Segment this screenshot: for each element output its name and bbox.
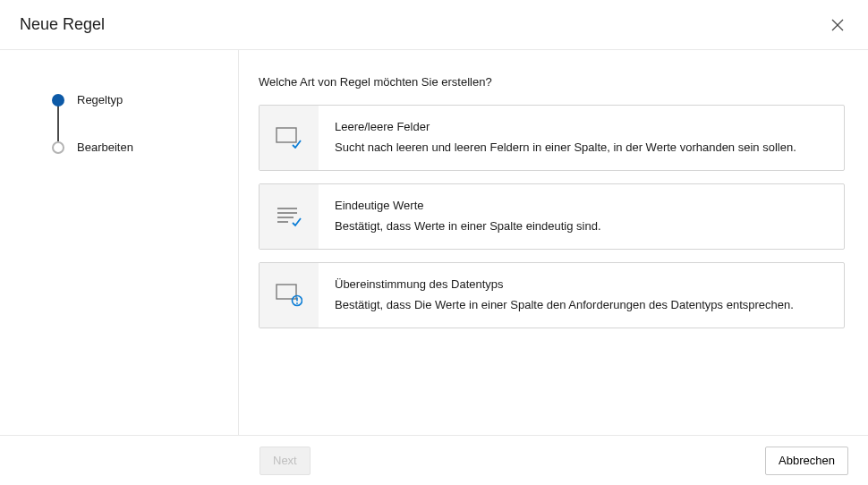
- option-datatype-match[interactable]: Übereinstimmung des Datentyps Bestätigt,…: [259, 262, 845, 328]
- dialog-body: Regeltyp Bearbeiten Welche Art von Regel…: [0, 50, 868, 435]
- step-marker-inactive-icon: [52, 141, 64, 154]
- blank-fields-icon: [260, 106, 319, 170]
- wizard-step-bearbeiten[interactable]: Bearbeiten: [52, 140, 238, 154]
- main-panel: Welche Art von Regel möchten Sie erstell…: [239, 50, 868, 435]
- step-label: Regeltyp: [77, 93, 123, 106]
- wizard-step-regeltyp[interactable]: Regeltyp: [52, 93, 238, 106]
- option-text: Eindeutige Werte Bestätigt, dass Werte i…: [319, 184, 617, 249]
- dialog-footer: Next Abbrechen: [0, 435, 868, 485]
- svg-rect-2: [277, 128, 296, 142]
- svg-point-10: [296, 302, 298, 304]
- dialog-header: Neue Regel: [0, 0, 868, 50]
- option-text: Übereinstimmung des Datentyps Bestätigt,…: [319, 263, 810, 328]
- option-text: Leere/leere Felder Sucht nach leeren und…: [319, 106, 813, 170]
- cancel-button[interactable]: Abbrechen: [765, 447, 848, 475]
- close-icon: [831, 19, 844, 31]
- option-unique-values[interactable]: Eindeutige Werte Bestätigt, dass Werte i…: [259, 183, 845, 250]
- next-button[interactable]: Next: [260, 447, 311, 475]
- option-desc: Bestätigt, dass Werte in einer Spalte ei…: [335, 219, 601, 234]
- question-text: Welche Art von Regel möchten Sie erstell…: [259, 75, 845, 89]
- dialog-title: Neue Regel: [20, 15, 105, 34]
- step-connector: [57, 106, 59, 141]
- unique-values-icon: [260, 184, 319, 249]
- rule-options-list: Leere/leere Felder Sucht nach leeren und…: [259, 105, 845, 328]
- option-desc: Bestätigt, dass Die Werte in einer Spalt…: [335, 298, 794, 313]
- wizard-sidebar: Regeltyp Bearbeiten: [0, 50, 239, 435]
- step-marker-active-icon: [52, 94, 64, 106]
- datatype-match-icon: [260, 263, 319, 328]
- option-title: Leere/leere Felder: [335, 120, 796, 133]
- option-blank-fields[interactable]: Leere/leere Felder Sucht nach leeren und…: [259, 105, 845, 171]
- option-title: Übereinstimmung des Datentyps: [335, 277, 794, 291]
- step-label: Bearbeiten: [77, 140, 133, 154]
- close-button[interactable]: [827, 14, 848, 36]
- option-desc: Sucht nach leeren und leeren Feldern in …: [335, 140, 796, 156]
- option-title: Eindeutige Werte: [335, 199, 601, 212]
